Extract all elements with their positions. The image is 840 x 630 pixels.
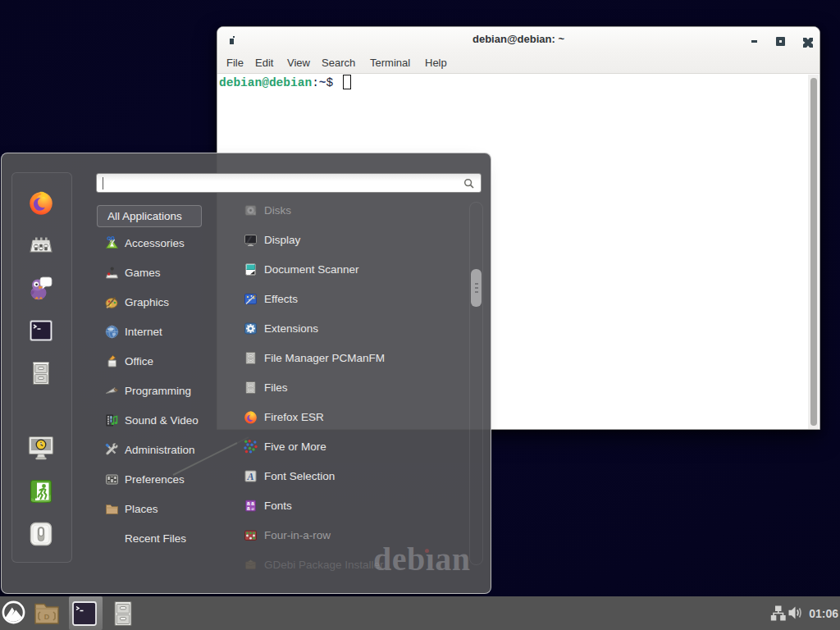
svg-text:a: a (251, 505, 253, 511)
svg-text:D: D (44, 613, 50, 621)
svg-text:A: A (246, 471, 253, 482)
svg-text:a: a (247, 505, 250, 511)
